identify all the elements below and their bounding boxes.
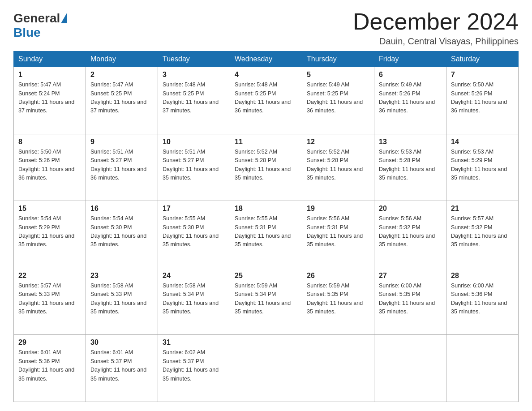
day-number: 21 <box>451 205 514 213</box>
day-info: Sunrise: 5:53 AMSunset: 5:28 PMDaylight:… <box>379 148 442 183</box>
week-row-5: 29 Sunrise: 6:01 AMSunset: 5:36 PMDaylig… <box>14 335 519 402</box>
calendar-cell <box>230 335 302 402</box>
col-tuesday: Tuesday <box>158 51 230 67</box>
logo-general-text: General <box>13 11 60 26</box>
day-number: 4 <box>235 71 297 79</box>
day-info: Sunrise: 5:54 AMSunset: 5:30 PMDaylight:… <box>90 214 153 249</box>
calendar-cell: 31 Sunrise: 6:02 AMSunset: 5:37 PMDaylig… <box>158 335 230 402</box>
day-number: 2 <box>90 71 153 79</box>
day-info: Sunrise: 5:58 AMSunset: 5:33 PMDaylight:… <box>90 282 153 317</box>
calendar-cell: 1 Sunrise: 5:47 AMSunset: 5:24 PMDayligh… <box>14 67 86 134</box>
day-number: 20 <box>379 205 442 213</box>
calendar-cell: 5 Sunrise: 5:49 AMSunset: 5:25 PMDayligh… <box>302 67 374 134</box>
calendar-cell: 23 Sunrise: 5:58 AMSunset: 5:33 PMDaylig… <box>86 268 158 335</box>
day-number: 11 <box>235 138 297 146</box>
calendar-cell: 21 Sunrise: 5:57 AMSunset: 5:32 PMDaylig… <box>446 201 519 268</box>
day-info: Sunrise: 5:57 AMSunset: 5:33 PMDaylight:… <box>18 282 81 317</box>
week-row-2: 8 Sunrise: 5:50 AMSunset: 5:26 PMDayligh… <box>14 134 519 201</box>
calendar-cell: 16 Sunrise: 5:54 AMSunset: 5:30 PMDaylig… <box>86 201 158 268</box>
col-friday: Friday <box>374 51 446 67</box>
day-info: Sunrise: 5:50 AMSunset: 5:26 PMDaylight:… <box>451 81 514 116</box>
logo: General Blue <box>13 11 67 40</box>
day-info: Sunrise: 5:50 AMSunset: 5:26 PMDaylight:… <box>18 148 81 183</box>
day-number: 14 <box>451 138 514 146</box>
day-info: Sunrise: 6:00 AMSunset: 5:35 PMDaylight:… <box>379 282 442 317</box>
calendar-cell: 29 Sunrise: 6:01 AMSunset: 5:36 PMDaylig… <box>14 335 86 402</box>
col-sunday: Sunday <box>14 51 86 67</box>
week-row-1: 1 Sunrise: 5:47 AMSunset: 5:24 PMDayligh… <box>14 67 519 134</box>
day-number: 1 <box>18 71 81 79</box>
calendar-cell: 9 Sunrise: 5:51 AMSunset: 5:27 PMDayligh… <box>86 134 158 201</box>
day-number: 26 <box>307 272 369 280</box>
calendar-table: Sunday Monday Tuesday Wednesday Thursday… <box>13 51 519 402</box>
day-number: 31 <box>163 338 225 347</box>
day-info: Sunrise: 5:52 AMSunset: 5:28 PMDaylight:… <box>307 148 369 183</box>
day-number: 15 <box>18 205 81 213</box>
logo-triangle-icon <box>61 13 67 23</box>
calendar-cell: 4 Sunrise: 5:48 AMSunset: 5:25 PMDayligh… <box>230 67 302 134</box>
calendar-cell: 30 Sunrise: 6:01 AMSunset: 5:37 PMDaylig… <box>86 335 158 402</box>
day-number: 17 <box>163 205 225 213</box>
day-info: Sunrise: 5:56 AMSunset: 5:31 PMDaylight:… <box>307 214 369 249</box>
day-info: Sunrise: 5:48 AMSunset: 5:25 PMDaylight:… <box>235 81 297 116</box>
calendar-cell: 17 Sunrise: 5:55 AMSunset: 5:30 PMDaylig… <box>158 201 230 268</box>
calendar-cell: 14 Sunrise: 5:53 AMSunset: 5:29 PMDaylig… <box>446 134 519 201</box>
day-info: Sunrise: 5:53 AMSunset: 5:29 PMDaylight:… <box>451 148 514 183</box>
calendar-cell: 8 Sunrise: 5:50 AMSunset: 5:26 PMDayligh… <box>14 134 86 201</box>
day-info: Sunrise: 5:49 AMSunset: 5:26 PMDaylight:… <box>379 81 442 116</box>
day-info: Sunrise: 5:55 AMSunset: 5:30 PMDaylight:… <box>163 214 225 249</box>
day-info: Sunrise: 6:01 AMSunset: 5:36 PMDaylight:… <box>18 348 81 383</box>
calendar-cell: 20 Sunrise: 5:56 AMSunset: 5:32 PMDaylig… <box>374 201 446 268</box>
calendar-cell <box>302 335 374 402</box>
day-info: Sunrise: 5:59 AMSunset: 5:35 PMDaylight:… <box>307 282 369 317</box>
day-number: 12 <box>307 138 369 146</box>
calendar-cell: 18 Sunrise: 5:55 AMSunset: 5:31 PMDaylig… <box>230 201 302 268</box>
calendar-cell: 22 Sunrise: 5:57 AMSunset: 5:33 PMDaylig… <box>14 268 86 335</box>
month-title: December 2024 <box>353 9 519 34</box>
day-info: Sunrise: 5:48 AMSunset: 5:25 PMDaylight:… <box>163 81 225 116</box>
day-info: Sunrise: 5:52 AMSunset: 5:28 PMDaylight:… <box>235 148 297 183</box>
calendar-cell: 26 Sunrise: 5:59 AMSunset: 5:35 PMDaylig… <box>302 268 374 335</box>
day-number: 3 <box>163 71 225 79</box>
day-number: 5 <box>307 71 369 79</box>
col-thursday: Thursday <box>302 51 374 67</box>
title-section: December 2024 Dauin, Central Visayas, Ph… <box>353 9 519 47</box>
page: General Blue December 2024 Dauin, Centra… <box>0 0 532 411</box>
day-info: Sunrise: 6:01 AMSunset: 5:37 PMDaylight:… <box>90 348 153 383</box>
calendar-cell: 15 Sunrise: 5:54 AMSunset: 5:29 PMDaylig… <box>14 201 86 268</box>
day-number: 29 <box>18 338 81 347</box>
day-info: Sunrise: 5:55 AMSunset: 5:31 PMDaylight:… <box>235 214 297 249</box>
calendar-cell: 25 Sunrise: 5:59 AMSunset: 5:34 PMDaylig… <box>230 268 302 335</box>
day-info: Sunrise: 5:59 AMSunset: 5:34 PMDaylight:… <box>235 282 297 317</box>
day-info: Sunrise: 5:47 AMSunset: 5:24 PMDaylight:… <box>18 81 81 116</box>
calendar-cell: 6 Sunrise: 5:49 AMSunset: 5:26 PMDayligh… <box>374 67 446 134</box>
day-number: 30 <box>90 338 153 347</box>
day-number: 8 <box>18 138 81 146</box>
calendar-cell: 27 Sunrise: 6:00 AMSunset: 5:35 PMDaylig… <box>374 268 446 335</box>
location: Dauin, Central Visayas, Philippines <box>353 36 519 47</box>
day-number: 18 <box>235 205 297 213</box>
day-number: 9 <box>90 138 153 146</box>
day-number: 22 <box>18 272 81 280</box>
day-number: 28 <box>451 272 514 280</box>
calendar-cell: 2 Sunrise: 5:47 AMSunset: 5:25 PMDayligh… <box>86 67 158 134</box>
day-info: Sunrise: 5:47 AMSunset: 5:25 PMDaylight:… <box>90 81 153 116</box>
col-monday: Monday <box>86 51 158 67</box>
day-number: 27 <box>379 272 442 280</box>
logo-blue-text: Blue <box>13 26 41 40</box>
day-number: 13 <box>379 138 442 146</box>
col-wednesday: Wednesday <box>230 51 302 67</box>
calendar-cell: 19 Sunrise: 5:56 AMSunset: 5:31 PMDaylig… <box>302 201 374 268</box>
day-number: 24 <box>163 272 225 280</box>
calendar-header-row: Sunday Monday Tuesday Wednesday Thursday… <box>14 51 519 67</box>
day-number: 19 <box>307 205 369 213</box>
day-info: Sunrise: 5:56 AMSunset: 5:32 PMDaylight:… <box>379 214 442 249</box>
calendar-cell: 13 Sunrise: 5:53 AMSunset: 5:28 PMDaylig… <box>374 134 446 201</box>
week-row-3: 15 Sunrise: 5:54 AMSunset: 5:29 PMDaylig… <box>14 201 519 268</box>
calendar-cell <box>446 335 519 402</box>
calendar-cell: 3 Sunrise: 5:48 AMSunset: 5:25 PMDayligh… <box>158 67 230 134</box>
calendar-cell <box>374 335 446 402</box>
week-row-4: 22 Sunrise: 5:57 AMSunset: 5:33 PMDaylig… <box>14 268 519 335</box>
calendar-cell: 12 Sunrise: 5:52 AMSunset: 5:28 PMDaylig… <box>302 134 374 201</box>
day-info: Sunrise: 5:51 AMSunset: 5:27 PMDaylight:… <box>163 148 225 183</box>
